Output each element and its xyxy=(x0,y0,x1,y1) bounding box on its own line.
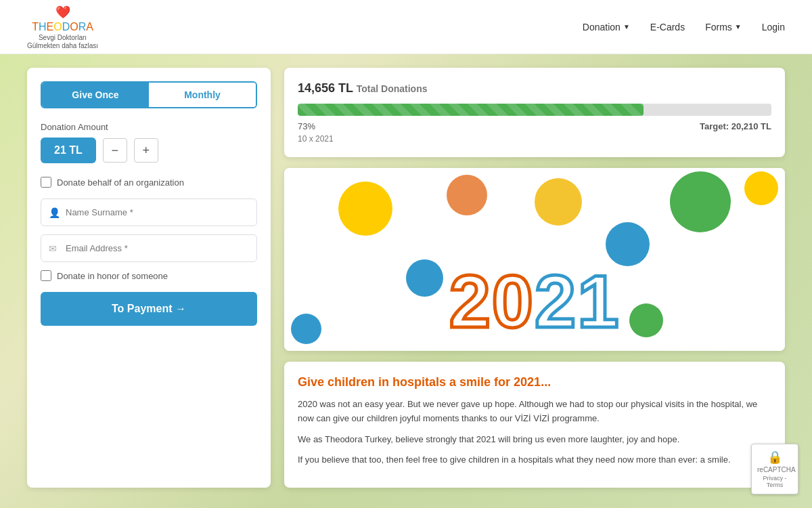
illustration-card: 2021 xyxy=(284,168,785,351)
increase-amount-button[interactable]: + xyxy=(134,138,158,163)
circle-yellow-3 xyxy=(744,171,778,205)
stats-amount: 14,656 TL xyxy=(298,81,353,95)
circle-green-2 xyxy=(629,303,663,337)
recaptcha-badge: 🔒 reCAPTCHA Privacy - Terms xyxy=(751,444,798,494)
circle-yellow-1 xyxy=(338,182,392,236)
text-para-3: If you believe that too, then feel free … xyxy=(298,453,771,467)
recaptcha-icon: 🔒 xyxy=(757,450,792,465)
header: ❤️ THEODORA Sevgi Doktorları Gülmekten d… xyxy=(0,0,812,54)
stats-title: 14,656 TL Total Donations xyxy=(298,81,771,96)
main-content: Give Once Monthly Donation Amount 21 TL … xyxy=(0,54,812,501)
right-panel: 14,656 TL Total Donations 73% Target: 20… xyxy=(284,68,785,488)
honor-checkbox[interactable] xyxy=(41,270,51,281)
stats-target: Target: 20,210 TL xyxy=(700,121,771,131)
progress-bar-fill xyxy=(298,104,644,116)
logo-hearts: ❤️ xyxy=(55,5,70,20)
name-input[interactable] xyxy=(41,198,257,226)
name-input-wrapper: 👤 xyxy=(41,198,257,226)
email-input[interactable] xyxy=(41,234,257,262)
logo-subtitle: Sevgi Doktorları xyxy=(39,34,87,41)
logo: ❤️ THEODORA Sevgi Doktorları Gülmekten d… xyxy=(27,5,98,49)
circle-green-1 xyxy=(670,171,731,232)
chevron-down-icon-forms: ▼ xyxy=(735,23,742,30)
org-checkbox-label: Donate behalf of an organization xyxy=(57,177,184,188)
text-card-title: Give children in hospitals a smile for 2… xyxy=(298,375,771,389)
recaptcha-sub: Privacy - Terms xyxy=(757,475,792,488)
nav-donation[interactable]: Donation ▼ xyxy=(583,22,630,33)
nav-ecards[interactable]: E-Cards xyxy=(650,22,685,33)
honor-checkbox-row: Donate in honor of someone xyxy=(41,270,257,281)
donation-tabs: Give Once Monthly xyxy=(41,81,257,108)
person-icon: 👤 xyxy=(49,207,60,218)
chevron-down-icon: ▼ xyxy=(623,23,630,30)
org-checkbox[interactable] xyxy=(41,177,51,188)
email-icon: ✉ xyxy=(49,243,57,254)
text-para-1: 2020 was not an easy year. But we never … xyxy=(298,398,771,426)
logo-text: THEODORA xyxy=(32,21,93,33)
tab-monthly[interactable]: Monthly xyxy=(149,83,256,107)
circle-yellow-2 xyxy=(535,178,582,226)
illustration-area: 2021 xyxy=(284,168,785,351)
text-para-2: We as Theodora Turkey, believe strongly … xyxy=(298,433,771,447)
nav: Donation ▼ E-Cards Forms ▼ Login xyxy=(583,22,785,33)
to-payment-button[interactable]: To Payment → xyxy=(41,292,257,326)
tab-give-once[interactable]: Give Once xyxy=(42,83,149,107)
honor-checkbox-label: Donate in honor of someone xyxy=(57,271,168,281)
stats-multiplier: 10 x 2021 xyxy=(298,134,771,144)
logo-tagline: Gülmekten daha fazlası xyxy=(27,42,98,49)
progress-bar-bg xyxy=(298,104,771,116)
amount-display: 21 TL xyxy=(41,137,96,163)
year-text-orange: 2021 xyxy=(449,258,621,344)
text-card-body: 2020 was not an easy year. But we never … xyxy=(298,398,771,467)
circle-blue-3 xyxy=(291,314,321,344)
stats-row: 73% Target: 20,210 TL xyxy=(298,121,771,131)
recaptcha-label: reCAPTCHA xyxy=(757,466,792,473)
text-card: Give children in hospitals a smile for 2… xyxy=(284,362,785,488)
donation-form-panel: Give Once Monthly Donation Amount 21 TL … xyxy=(27,68,271,488)
nav-forms[interactable]: Forms ▼ xyxy=(705,22,742,33)
stats-card: 14,656 TL Total Donations 73% Target: 20… xyxy=(284,68,785,157)
amount-row: 21 TL − + xyxy=(41,137,257,163)
email-input-wrapper: ✉ xyxy=(41,234,257,262)
stats-total-label: Total Donations xyxy=(357,83,428,94)
nav-login[interactable]: Login xyxy=(762,22,785,33)
org-checkbox-row: Donate behalf of an organization xyxy=(41,177,257,188)
circle-orange-1 xyxy=(447,175,487,215)
donation-amount-label: Donation Amount xyxy=(41,122,257,132)
circle-blue-1 xyxy=(406,259,443,297)
stats-percent: 73% xyxy=(298,121,315,131)
decrease-amount-button[interactable]: − xyxy=(103,138,127,163)
